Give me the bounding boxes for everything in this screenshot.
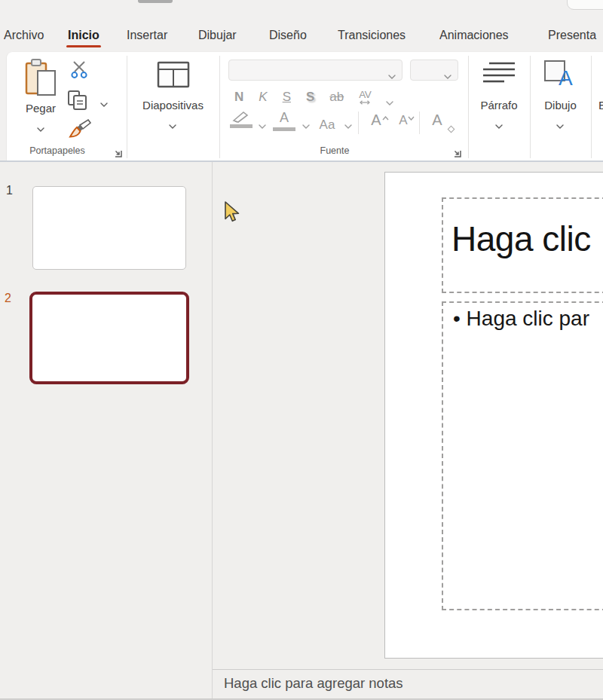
shrink-font-caret-down-icon (408, 110, 415, 124)
copy-icon[interactable] (67, 90, 88, 114)
highlight-pen-icon (231, 111, 251, 123)
mouse-pointer-icon (224, 201, 242, 228)
group-divider (219, 56, 220, 158)
font-format-row: N K S S ab AV (234, 87, 393, 108)
clipboard-dialog-launcher-icon[interactable] (114, 148, 123, 157)
grow-font-button[interactable]: A (365, 111, 387, 136)
ribbon: Pegar (6, 51, 603, 160)
title-placeholder-text: Haga clic (451, 219, 591, 259)
paste-clipboard-icon (24, 87, 57, 99)
grow-font-letter: A (371, 112, 381, 128)
spacing-chevron-down-icon[interactable] (386, 95, 393, 99)
tab-animaciones[interactable]: Animaciones (439, 29, 509, 42)
drawing-chevron-down-icon (556, 118, 564, 123)
title-placeholder[interactable]: Haga clic (442, 197, 603, 293)
slide-2-thumbnail-selected[interactable] (29, 292, 189, 384)
notes-pane[interactable]: Haga clic para agregar notas (213, 670, 603, 698)
change-case-label: Aa (320, 118, 335, 133)
workspace: 1 2 Haga clic • Haga clic par Haga clic … (0, 162, 603, 700)
tab-transiciones[interactable]: Transiciones (338, 29, 406, 42)
shrink-font-letter: A (399, 114, 407, 128)
body-placeholder[interactable]: • Haga clic par (442, 301, 603, 610)
slide-canvas[interactable]: Haga clic • Haga clic par (384, 172, 603, 659)
eraser-icon (448, 126, 455, 133)
paste-button[interactable]: Pegar (18, 58, 63, 100)
svg-text:A: A (559, 66, 573, 88)
paragraph-chevron-down-icon (495, 118, 503, 123)
spacing-arrows-icon (359, 100, 371, 105)
underline-button[interactable]: S (283, 90, 291, 105)
drawing-button[interactable]: A Dibujo (530, 52, 591, 161)
tab-presentacion[interactable]: Presenta (548, 29, 596, 42)
active-tab-underline (66, 45, 101, 48)
tab-dibujar[interactable]: Dibujar (198, 29, 237, 42)
drawing-button-label: Dibujo (530, 99, 591, 112)
slide-layout-icon (157, 61, 190, 91)
title-bar (0, 0, 603, 22)
paste-label: Pegar (18, 102, 63, 115)
powerpoint-window: Archivo Inicio Insertar Dibujar Diseño T… (0, 0, 603, 700)
tab-archivo[interactable]: Archivo (4, 29, 44, 42)
small-divider (419, 112, 420, 134)
text-shadow-button[interactable]: S (306, 90, 314, 105)
font-name-chevron-down-icon (388, 69, 396, 82)
change-case-chevron-down-icon[interactable] (344, 118, 352, 123)
body-placeholder-text: • Haga clic par (453, 307, 589, 331)
change-case-button[interactable]: Aa (316, 111, 338, 136)
font-color-chevron-down-icon[interactable] (302, 118, 310, 123)
clear-formatting-button[interactable]: A (426, 111, 448, 136)
font-group-label: Fuente (278, 145, 391, 156)
format-painter-brush-icon[interactable] (69, 118, 91, 141)
shrink-font-button[interactable]: A (393, 111, 413, 136)
character-spacing-label: AV (359, 90, 371, 100)
font-color-row: A Aa A A (230, 111, 448, 138)
clear-formatting-letter: A (432, 112, 442, 128)
cut-scissors-icon[interactable] (71, 60, 87, 83)
slide-1-number: 1 (6, 184, 13, 197)
paragraph-lines-icon (482, 60, 516, 90)
copy-chevron-down-icon[interactable] (100, 96, 108, 101)
thumbnail-panel-divider[interactable] (212, 162, 213, 700)
tab-inicio[interactable]: Inicio (68, 29, 99, 42)
slide-1-thumbnail[interactable] (32, 186, 186, 270)
italic-button[interactable]: K (259, 90, 267, 105)
top-right-panel-corner (567, 0, 603, 10)
font-name-combobox[interactable] (228, 60, 403, 81)
paragraph-button-label: Párrafo (468, 99, 530, 112)
highlight-color-bar (230, 124, 253, 128)
paste-chevron-down-icon (37, 121, 44, 126)
font-color-letter: A (280, 111, 289, 126)
font-size-combobox[interactable] (410, 60, 458, 81)
font-dialog-launcher-icon[interactable] (453, 148, 462, 157)
slide-2-number: 2 (5, 292, 11, 305)
bold-button[interactable]: N (234, 90, 243, 105)
paragraph-button[interactable]: Párrafo (468, 52, 530, 161)
next-group-cutoff-label: E (598, 99, 603, 112)
grow-font-caret-up-icon (382, 110, 389, 124)
tab-diseno[interactable]: Diseño (269, 29, 307, 42)
highlight-chevron-down-icon[interactable] (259, 118, 266, 123)
font-color-bar (273, 127, 295, 131)
character-spacing-button[interactable]: AV (359, 90, 371, 105)
quick-access-fragment (138, 0, 173, 3)
font-color-button[interactable]: A (272, 111, 296, 136)
highlight-pen-button[interactable] (230, 111, 253, 136)
slides-button[interactable]: Diapositivas (127, 52, 219, 161)
group-divider (591, 56, 592, 158)
strikethrough-button[interactable]: ab (329, 90, 344, 105)
ribbon-tab-bar: Archivo Inicio Insertar Dibujar Diseño T… (0, 22, 603, 51)
tab-inicio-label: Inicio (68, 29, 99, 41)
font-size-chevron-down-icon (444, 69, 451, 82)
slides-chevron-down-icon (169, 118, 176, 123)
small-divider (358, 112, 359, 134)
drawing-icon: A (543, 60, 575, 91)
notes-placeholder-text: Haga clic para agregar notas (224, 675, 403, 692)
clipboard-group-label: Portapapeles (14, 145, 100, 156)
tab-insertar[interactable]: Insertar (127, 29, 167, 42)
slides-button-label: Diapositivas (127, 99, 219, 112)
